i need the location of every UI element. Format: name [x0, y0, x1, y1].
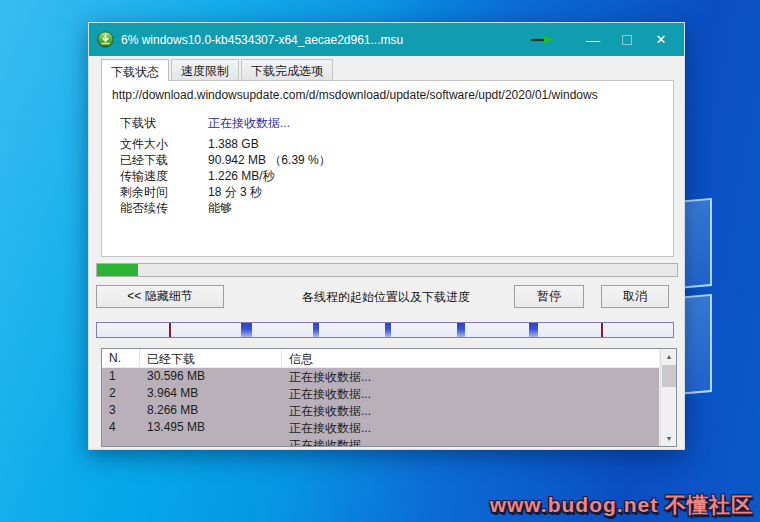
table-cell: 2: [102, 385, 140, 402]
table-scrollbar[interactable]: ▲ ▼: [660, 349, 676, 446]
field-label: 下载状: [120, 115, 208, 131]
scroll-up-icon[interactable]: ▲: [661, 349, 677, 364]
table-cell: 正在接收数据...: [282, 385, 659, 402]
tab-bar: 下载状态速度限制下载完成选项: [101, 59, 335, 80]
thread-marker-blue: [241, 323, 252, 337]
minimize-button[interactable]: —: [576, 27, 610, 53]
tab-2[interactable]: 速度限制: [171, 59, 239, 80]
field-label: 文件大小: [120, 136, 208, 152]
threads-caption: 各线程的起始位置以及下载进度: [256, 289, 516, 306]
field-value: 1.226 MB/秒: [208, 168, 275, 184]
scroll-down-icon[interactable]: ▼: [661, 431, 677, 446]
field-value: 18 分 3 秒: [208, 184, 262, 200]
thread-marker-red: [169, 323, 171, 337]
window-title: 6% windows10.0-kb4534307-x64_aecae2d961.…: [121, 33, 530, 47]
overall-progress-bar: [96, 263, 678, 277]
table-cell: 8.266 MB: [140, 402, 282, 419]
table-cell: [102, 436, 140, 446]
pause-button[interactable]: 暂停: [514, 285, 584, 308]
maximize-button[interactable]: [610, 27, 644, 53]
close-button[interactable]: ✕: [644, 27, 678, 53]
status-field-row: 能否续传能够: [120, 200, 673, 216]
table-cell: 正在接收数据...: [282, 419, 659, 436]
table-row[interactable]: 正在接收数据...: [102, 436, 659, 446]
idm-drop-arrow-icon: [530, 34, 554, 45]
thread-marker-red: [601, 323, 603, 337]
thread-marker-blue: [385, 323, 391, 337]
field-value: 正在接收数据...: [208, 115, 290, 131]
status-field-row: 下载状正在接收数据...: [120, 115, 673, 131]
table-row[interactable]: 38.266 MB正在接收数据...: [102, 402, 659, 419]
idm-download-window: 6% windows10.0-kb4534307-x64_aecae2d961.…: [88, 22, 685, 450]
table-row[interactable]: 413.495 MB正在接收数据...: [102, 419, 659, 436]
table-cell: 30.596 MB: [140, 368, 282, 385]
tab-1[interactable]: 下载状态: [101, 59, 169, 81]
status-fields: 下载状正在接收数据...文件大小1.388 GB已经下载90.942 MB （6…: [120, 115, 673, 216]
download-url: http://download.windowsupdate.com/d/msdo…: [102, 81, 668, 102]
table-row[interactable]: 130.596 MB正在接收数据...: [102, 368, 659, 385]
tab-3[interactable]: 下载完成选项: [241, 59, 333, 80]
button-row: << 隐藏细节 各线程的起始位置以及下载进度 暂停 取消: [96, 285, 678, 308]
cancel-button[interactable]: 取消: [601, 285, 669, 308]
thread-progress-bar: [96, 322, 674, 338]
field-label: 剩余时间: [120, 184, 208, 200]
download-status-panel: http://download.windowsupdate.com/d/msdo…: [101, 80, 674, 257]
idm-logo-icon: [97, 31, 114, 48]
field-label: 能否续传: [120, 200, 208, 216]
table-row[interactable]: 23.964 MB正在接收数据...: [102, 385, 659, 402]
hide-details-button[interactable]: << 隐藏细节: [96, 285, 224, 308]
status-field-row: 已经下载90.942 MB （6.39 %）: [120, 152, 673, 168]
table-body: 130.596 MB正在接收数据...23.964 MB正在接收数据...38.…: [102, 368, 659, 446]
watermark: www.budog.net 不懂社区: [490, 491, 753, 519]
field-value: 1.388 GB: [208, 136, 259, 152]
thread-marker-blue: [313, 323, 319, 337]
status-field-row: 文件大小1.388 GB: [120, 136, 673, 152]
status-field-row: 传输速度1.226 MB/秒: [120, 168, 673, 184]
thread-marker-blue: [457, 323, 465, 337]
table-cell: 正在接收数据...: [282, 368, 659, 385]
status-field-row: 剩余时间18 分 3 秒: [120, 184, 673, 200]
field-label: 已经下载: [120, 152, 208, 168]
table-cell: 13.495 MB: [140, 419, 282, 436]
table-cell: 正在接收数据...: [282, 402, 659, 419]
threads-table: N. 已经下载 信息 130.596 MB正在接收数据...23.964 MB正…: [101, 348, 677, 447]
field-value: 能够: [208, 200, 232, 216]
scrollbar-thumb[interactable]: [662, 365, 676, 387]
table-cell: 3: [102, 402, 140, 419]
field-label: 传输速度: [120, 168, 208, 184]
field-value: 90.942 MB （6.39 %）: [208, 152, 331, 168]
progress-fill: [97, 264, 138, 276]
column-header-info[interactable]: 信息: [282, 349, 659, 367]
table-header: N. 已经下载 信息: [102, 349, 659, 368]
maximize-icon: [622, 35, 632, 45]
column-header-downloaded[interactable]: 已经下载: [140, 349, 282, 367]
thread-marker-blue: [529, 323, 538, 337]
table-cell: 正在接收数据...: [282, 436, 659, 446]
table-cell: [140, 436, 282, 446]
column-header-n[interactable]: N.: [102, 349, 140, 367]
table-cell: 4: [102, 419, 140, 436]
table-cell: 1: [102, 368, 140, 385]
table-cell: 3.964 MB: [140, 385, 282, 402]
titlebar[interactable]: 6% windows10.0-kb4534307-x64_aecae2d961.…: [89, 23, 684, 56]
